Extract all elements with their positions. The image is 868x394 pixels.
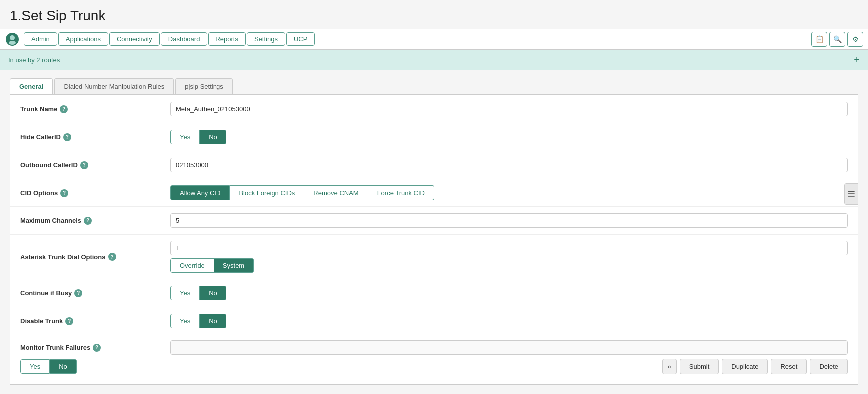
cid-options-group: Allow Any CID Block Foreign CIDs Remove … [170,185,848,200]
monitor-trunk-help-icon[interactable]: ? [93,344,101,352]
hide-callerid-label: Hide CallerID ? [20,133,170,141]
tab-dnmr[interactable]: Dialed Number Manipulation Rules [54,78,174,94]
cid-force-trunk[interactable]: Force Trunk CID [368,185,434,200]
monitor-trunk-label: Monitor Trunk Failures ? [20,344,170,352]
expand-button[interactable]: » [662,359,677,374]
disable-trunk-help-icon[interactable]: ? [65,317,73,325]
form-container: General Dialed Number Manipulation Rules… [10,78,858,385]
hide-callerid-no[interactable]: No [200,130,226,144]
cid-allow-any[interactable]: Allow Any CID [170,185,230,200]
max-channels-help-icon[interactable]: ? [84,217,92,225]
form-panel: Trunk Name ? Hide CallerID ? Yes No [10,95,858,385]
max-channels-row: Maximum Channels ? [10,207,858,235]
monitor-trunk-toggle: Yes No [20,359,77,374]
svg-point-2 [9,41,16,45]
hide-callerid-yes[interactable]: Yes [170,130,200,144]
hide-callerid-help-icon[interactable]: ? [63,133,71,141]
main-content: General Dialed Number Manipulation Rules… [0,70,868,393]
dial-options-row: Asterisk Trunk Dial Options ? Override S… [10,235,858,279]
nav-logo [5,32,20,47]
monitor-trunk-row: Monitor Trunk Failures ? Yes No [10,335,858,379]
reset-button[interactable]: Reset [771,359,807,374]
nav-admin[interactable]: Admin [24,32,57,46]
dial-options-help-icon[interactable]: ? [108,253,116,261]
disable-trunk-toggle: Yes No [170,314,848,328]
add-route-button[interactable]: + [854,54,860,66]
dial-options-override[interactable]: Override [170,258,214,273]
sidebar-toggle-button[interactable]: ☰ [844,183,858,205]
nav-applications[interactable]: Applications [58,32,108,46]
continue-if-busy-row: Continue if Busy ? Yes No [10,279,858,307]
nav-settings[interactable]: Settings [247,32,285,46]
max-channels-label: Maximum Channels ? [20,217,170,225]
info-bar: In use by 2 routes + [0,50,868,70]
hide-callerid-control: Yes No [170,130,848,144]
cid-options-control: Allow Any CID Block Foreign CIDs Remove … [170,185,848,200]
continue-if-busy-no[interactable]: No [200,286,226,300]
continue-if-busy-yes[interactable]: Yes [170,286,200,300]
cid-options-row: CID Options ? Allow Any CID Block Foreig… [10,179,858,207]
trunk-name-row: Trunk Name ? [10,95,858,123]
disable-trunk-row: Disable Trunk ? Yes No [10,307,858,335]
monitor-trunk-no[interactable]: No [50,359,77,374]
monitor-trunk-input-wrap [170,340,848,355]
outbound-callerid-control [170,158,848,172]
tab-pjsip[interactable]: pjsip Settings [175,78,232,94]
disable-trunk-label: Disable Trunk ? [20,317,170,325]
hide-callerid-toggle: Yes No [170,130,848,144]
continue-if-busy-label: Continue if Busy ? [20,289,170,297]
max-channels-input[interactable] [170,213,848,228]
cid-options-label: CID Options ? [20,189,170,197]
hide-callerid-row: Hide CallerID ? Yes No [10,123,858,151]
dial-options-control: Override System [170,241,848,273]
tab-general[interactable]: General [10,78,53,94]
submit-button[interactable]: Submit [680,359,719,374]
nav-reports[interactable]: Reports [208,32,246,46]
page-title: 1.Set Sip Trunk [0,0,868,29]
dial-options-toggle: Override System [170,258,848,273]
nav-book-icon[interactable]: 📋 [811,32,827,47]
nav-gear-icon[interactable]: ⚙ [847,32,863,47]
nav-dashboard[interactable]: Dashboard [161,32,208,46]
top-nav: Admin Applications Connectivity Dashboar… [0,29,868,50]
nav-connectivity[interactable]: Connectivity [109,32,160,46]
trunk-name-help-icon[interactable]: ? [60,105,68,113]
max-channels-control [170,213,848,228]
info-bar-text: In use by 2 routes [8,56,60,64]
dial-options-input[interactable] [170,241,848,255]
trunk-name-input[interactable] [170,102,848,116]
nav-search-icon[interactable]: 🔍 [829,32,845,47]
disable-trunk-yes[interactable]: Yes [170,314,200,328]
disable-trunk-control: Yes No [170,314,848,328]
monitor-trunk-yes[interactable]: Yes [20,359,50,374]
dial-options-system[interactable]: System [214,258,254,273]
delete-button[interactable]: Delete [810,359,848,374]
cid-block-foreign[interactable]: Block Foreign CIDs [230,185,304,200]
svg-point-1 [10,35,15,40]
continue-if-busy-toggle: Yes No [170,286,848,300]
cid-options-help-icon[interactable]: ? [60,189,68,197]
nav-right: 📋 🔍 ⚙ [811,32,863,47]
dial-options-label: Asterisk Trunk Dial Options ? [20,253,170,261]
trunk-name-label: Trunk Name ? [20,105,170,113]
outbound-callerid-row: Outbound CallerID ? [10,151,858,179]
trunk-name-control [170,102,848,116]
continue-if-busy-help-icon[interactable]: ? [74,289,82,297]
cid-remove-cnam[interactable]: Remove CNAM [304,185,368,200]
outbound-callerid-help-icon[interactable]: ? [80,161,88,169]
continue-if-busy-control: Yes No [170,286,848,300]
monitor-trunk-input[interactable] [170,340,848,355]
disable-trunk-no[interactable]: No [200,314,226,328]
outbound-callerid-input[interactable] [170,158,848,172]
nav-ucp[interactable]: UCP [286,32,315,46]
tab-bar: General Dialed Number Manipulation Rules… [10,78,858,95]
duplicate-button[interactable]: Duplicate [722,359,768,374]
outbound-callerid-label: Outbound CallerID ? [20,161,170,169]
